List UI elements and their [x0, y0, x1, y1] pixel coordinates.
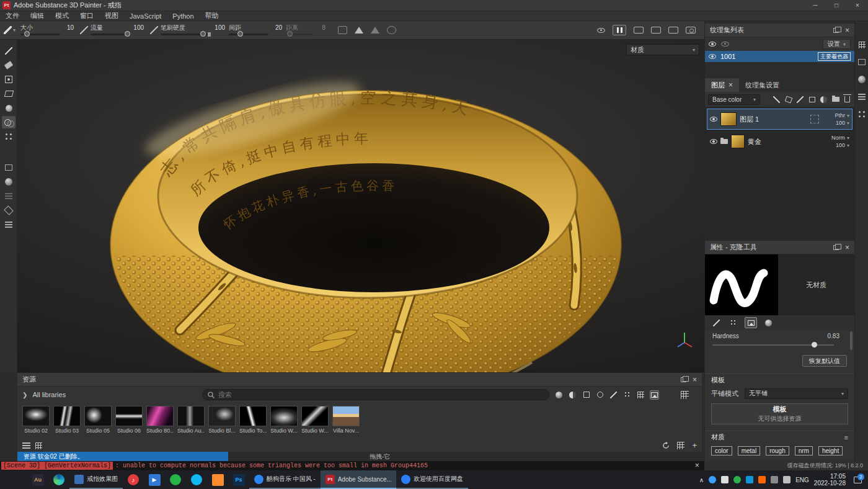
pause-engine-button[interactable]	[613, 25, 626, 35]
environment-thumbnail[interactable]	[177, 406, 205, 426]
material-sphere-icon[interactable]	[2, 176, 16, 188]
dock-plugins-icon[interactable]	[857, 109, 867, 119]
small-grid-icon[interactable]	[35, 442, 42, 449]
environment-thumbnail[interactable]	[22, 406, 50, 426]
grid-view-icon[interactable]	[680, 390, 689, 400]
tray-icon-3[interactable]	[733, 476, 741, 483]
visibility-filter-icon[interactable]	[709, 42, 716, 47]
search-input[interactable]	[218, 391, 544, 398]
channel-metal-toggle[interactable]: metal	[738, 446, 760, 455]
close-panel-icon[interactable]: ×	[693, 377, 697, 383]
menu-javascript[interactable]: JavaScript	[124, 12, 167, 20]
geometry-icon[interactable]	[2, 204, 16, 217]
template-drop-zone[interactable]: 模板 无可供选择资源	[711, 403, 848, 424]
filter-smart-masks-icon[interactable]	[582, 390, 591, 400]
tiling-dropdown[interactable]: 无平铺 ▾	[745, 388, 848, 399]
paint-tool-icon[interactable]	[2, 45, 16, 57]
blend-mode[interactable]: Norm	[831, 135, 845, 141]
menu-python[interactable]: Python	[167, 12, 199, 20]
maximize-button[interactable]: □	[826, 0, 847, 11]
stencil-tab-icon[interactable]	[745, 317, 757, 328]
tab-close-icon[interactable]: ×	[728, 82, 733, 88]
smudge-tool-icon[interactable]	[2, 102, 16, 114]
stroke-curve-icon[interactable]	[338, 26, 347, 34]
taskbar-window-explorer[interactable]: 戒指效果图	[69, 470, 123, 489]
mirror-symmetry-icon[interactable]	[371, 27, 379, 34]
eye-icon[interactable]	[710, 117, 717, 122]
photoshop-icon[interactable]: Ps	[228, 470, 249, 489]
add-paint-layer-icon[interactable]	[796, 96, 804, 104]
material-tab-icon[interactable]	[762, 317, 774, 328]
network-icon[interactable]	[771, 476, 778, 483]
filter-brushes-icon[interactable]	[609, 390, 618, 400]
add-folder-icon[interactable]	[831, 96, 839, 104]
environment-thumbnail[interactable]	[239, 406, 267, 426]
texture-set-settings-button[interactable]: 设置 ▾	[823, 39, 851, 49]
brush-preset-button[interactable]: ▾	[4, 26, 16, 34]
green-app-icon[interactable]	[165, 470, 186, 489]
asset-item[interactable]: Villa Nov...	[332, 406, 360, 434]
language-indicator[interactable]: ENG	[795, 477, 809, 483]
properties-scroll-area[interactable]: Hardness 0.83	[705, 330, 854, 354]
thumbnail-size-icon[interactable]	[677, 442, 684, 449]
asset-item[interactable]: Studio 06	[115, 406, 143, 434]
taskbar-window-kugou[interactable]: 酷狗音乐 中国风 -	[249, 470, 321, 489]
viewport-3d[interactable]: 志,常共隔肩,傲具仿眼,空之其身,天 所不倚,挺中自有程中年 怀抱花朴异香,一古…	[17, 40, 704, 372]
environment-thumbnail[interactable]	[84, 406, 112, 426]
layer-thumbnail[interactable]	[720, 112, 737, 126]
taskbar-clock[interactable]: 17:05 2022-10-28	[814, 473, 846, 487]
display-mode-icon[interactable]	[634, 27, 644, 34]
filter-smart-materials-icon[interactable]	[568, 390, 577, 400]
edge-icon[interactable]	[48, 470, 69, 489]
clone-tool-icon[interactable]	[2, 116, 16, 128]
delete-layer-icon[interactable]	[843, 96, 851, 104]
chat-app-icon[interactable]	[186, 470, 207, 489]
reset-defaults-button[interactable]: 恢复默认值	[802, 355, 847, 367]
menu-window[interactable]: 窗口	[74, 11, 99, 20]
channel-height-toggle[interactable]: height	[818, 446, 843, 455]
log-close-icon[interactable]: ×	[695, 462, 699, 470]
volume-icon[interactable]	[783, 476, 790, 483]
alpha-tab-icon[interactable]	[727, 317, 740, 328]
export-icon[interactable]	[2, 161, 16, 174]
undock-panel-icon[interactable]	[833, 28, 839, 33]
texture-set-row[interactable]: 1001 主要着色器	[705, 51, 854, 62]
environment-thumbnail[interactable]	[270, 406, 298, 426]
undock-panel-icon[interactable]	[833, 245, 839, 250]
filter-textures-icon[interactable]	[636, 390, 645, 400]
asset-item[interactable]: Studio 80...	[146, 406, 174, 434]
lazy-mouse-icon[interactable]	[387, 26, 396, 34]
filter-alphas-icon[interactable]	[622, 390, 632, 400]
close-button[interactable]: ×	[847, 0, 868, 11]
particles-tool-icon[interactable]	[2, 130, 16, 143]
hardness-property-knob[interactable]	[812, 342, 817, 348]
eraser-tool-icon[interactable]	[2, 59, 16, 71]
dock-display-icon[interactable]	[857, 74, 867, 84]
layer-row[interactable]: 图层 1 Pthr▾ 100▾	[707, 109, 852, 130]
notification-center-icon[interactable]: 2	[851, 473, 864, 487]
layers-stack-icon[interactable]	[2, 218, 16, 231]
environment-thumbnail[interactable]	[208, 406, 236, 426]
asset-item[interactable]: Studio W...	[301, 406, 329, 434]
tray-expand-icon[interactable]: ∧	[699, 477, 704, 483]
hardness-slider-knob[interactable]	[200, 31, 206, 37]
asset-item[interactable]: Studio 02	[22, 406, 50, 434]
close-panel-icon[interactable]: ×	[845, 244, 849, 251]
channel-dropdown[interactable]: Base color ▾	[708, 94, 760, 105]
flow-slider-knob[interactable]	[125, 31, 130, 37]
add-smart-material-icon[interactable]	[820, 96, 828, 104]
filter-environments-icon[interactable]	[650, 390, 659, 400]
asset-item[interactable]: Studio 03	[53, 406, 81, 434]
tray-icon-1[interactable]	[709, 476, 716, 483]
tab-layers[interactable]: 图层 ×	[705, 78, 739, 92]
environment-thumbnail[interactable]	[53, 406, 81, 426]
channel-filter-icon[interactable]: ≡	[844, 434, 848, 441]
asset-item[interactable]: Studio To...	[239, 406, 267, 434]
environment-thumbnail[interactable]	[146, 406, 174, 426]
add-asset-icon[interactable]: +	[692, 442, 697, 449]
add-fill-icon[interactable]	[784, 96, 792, 104]
channel-color-toggle[interactable]: color	[711, 446, 732, 455]
library-selector[interactable]: ❯ All libraries	[22, 391, 197, 398]
layer-opacity[interactable]: 100	[836, 120, 845, 126]
scrollbar[interactable]	[850, 331, 852, 350]
